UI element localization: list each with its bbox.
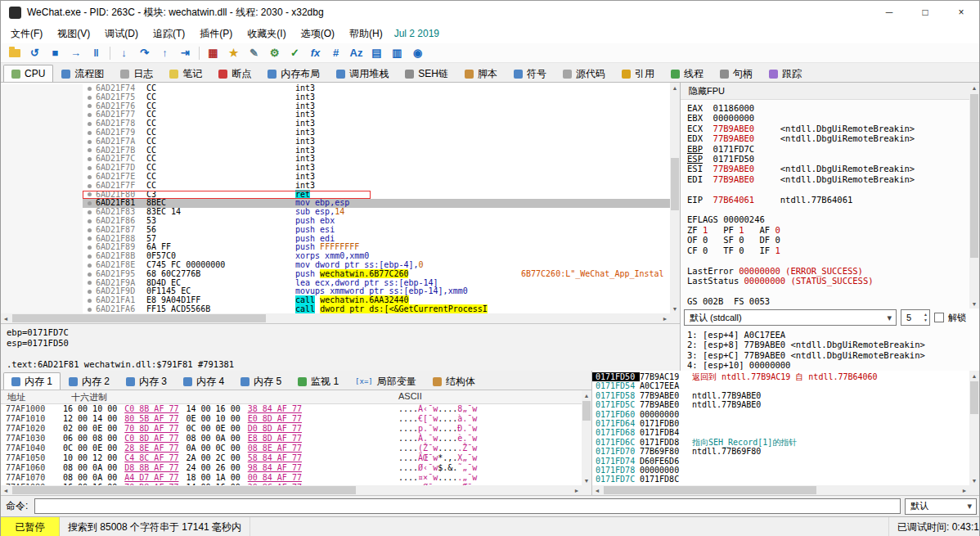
dump-row[interactable]: 77AF102002 00 0E 0070 8D AF 770C 00 0E 0… bbox=[1, 424, 582, 434]
breakpoint-dot-icon[interactable] bbox=[88, 166, 92, 170]
stop-icon[interactable]: ■ bbox=[45, 45, 65, 61]
menu-item-1[interactable]: 视图(V) bbox=[50, 25, 97, 43]
bottom-tab-7[interactable]: 结构体 bbox=[425, 372, 483, 390]
breakpoint-dot-icon[interactable] bbox=[88, 122, 92, 126]
stack-row[interactable]: 0171FD54A0C17EEA bbox=[592, 381, 969, 390]
breakpoint-dot-icon[interactable] bbox=[88, 140, 92, 144]
breakpoint-dot-icon[interactable] bbox=[88, 263, 92, 268]
scroll-left-icon[interactable] bbox=[1, 485, 11, 495]
scrollbar-thumb[interactable] bbox=[12, 486, 356, 494]
disasm-row[interactable]: 6AD21F8756push esi bbox=[1, 226, 670, 235]
scrollbar-thumb[interactable] bbox=[970, 94, 978, 258]
dump-row[interactable]: 77AF101012 00 14 0080 5B AF 770E 00 10 0… bbox=[1, 414, 582, 424]
dump-row[interactable]: 77AF105010 00 12 00C4 8C AF 772A 00 2C 0… bbox=[1, 453, 582, 463]
bottom-tab-6[interactable]: [x=]局部变量 bbox=[347, 372, 425, 390]
scrollbar-thumb[interactable] bbox=[671, 158, 679, 210]
stack-row[interactable]: 0171FD5877B9ABE0ntdll.77B9ABE0 bbox=[592, 391, 969, 400]
tab-1[interactable]: 流程图 bbox=[53, 65, 112, 82]
breakpoint-dot-icon[interactable] bbox=[88, 175, 92, 179]
threads-view-icon[interactable]: ◉ bbox=[407, 45, 428, 61]
scrollbar-thumb[interactable] bbox=[604, 486, 816, 494]
breakpoint-dot-icon[interactable] bbox=[88, 281, 92, 285]
stack-row[interactable]: 0171FD6C0171FDD8指向SEH_Record[1]的指针 bbox=[592, 438, 969, 447]
tab-10[interactable]: 源代码 bbox=[555, 65, 614, 82]
breakpoint-dot-icon[interactable] bbox=[88, 245, 92, 250]
scroll-left-icon[interactable] bbox=[592, 485, 602, 495]
dump-row[interactable]: 77AF106008 00 0A 00D8 8B AF 7724 00 26 0… bbox=[1, 463, 582, 473]
tab-8[interactable]: 脚本 bbox=[456, 65, 506, 82]
settings-icon[interactable]: ⚙ bbox=[264, 45, 285, 61]
scroll-up-icon[interactable] bbox=[969, 371, 979, 381]
breakpoint-dot-icon[interactable] bbox=[88, 96, 92, 100]
bottom-tab-4[interactable]: 内存 5 bbox=[232, 372, 290, 390]
scroll-up-icon[interactable] bbox=[582, 390, 591, 400]
step-over-icon[interactable]: ↷ bbox=[134, 45, 155, 61]
command-scope-dropdown[interactable]: 默认 bbox=[905, 498, 977, 515]
registers-vertical-scrollbar[interactable] bbox=[969, 83, 979, 309]
unlock-checkbox[interactable] bbox=[934, 313, 944, 322]
breakpoint-dot-icon[interactable] bbox=[88, 219, 92, 223]
spin-up-icon[interactable] bbox=[924, 313, 928, 317]
disassembly-view[interactable]: 6AD21F74CCint36AD21F75CCint36AD21F76CCin… bbox=[1, 83, 680, 323]
disasm-row[interactable]: 6AD21FA6FF15 ACD5566Bcall dword ptr ds:[… bbox=[1, 305, 670, 313]
stack-row[interactable]: 0171FD7077B69F80ntdll.77B69F80 bbox=[592, 447, 969, 456]
hide-fpu-button[interactable]: 隐藏FPU bbox=[681, 83, 733, 99]
memory-map-view-icon[interactable]: ▥ bbox=[387, 45, 407, 61]
stack-row[interactable]: 0171FD5077B9AC19返回到 ntdll.77B9AC19 自 ntd… bbox=[592, 372, 969, 381]
number-icon[interactable]: # bbox=[326, 45, 346, 61]
scroll-down-icon[interactable] bbox=[582, 475, 591, 485]
stack-row[interactable]: 0171FD6000000000 bbox=[592, 410, 969, 419]
stack-row[interactable]: 0171FD7800000000 bbox=[592, 466, 969, 475]
close-button[interactable]: × bbox=[943, 1, 979, 24]
scroll-right-icon[interactable] bbox=[572, 485, 582, 495]
menu-item-2[interactable]: 调试(D) bbox=[97, 25, 146, 43]
breakpoint-dot-icon[interactable] bbox=[88, 210, 92, 214]
disassembly-vertical-scrollbar[interactable] bbox=[670, 83, 680, 313]
breakpoint-dot-icon[interactable] bbox=[88, 148, 92, 152]
bottom-tab-2[interactable]: 内存 3 bbox=[118, 372, 175, 390]
breakpoint-dot-icon[interactable] bbox=[88, 157, 92, 161]
breakpoint-dot-icon[interactable] bbox=[88, 290, 92, 294]
scroll-up-icon[interactable] bbox=[969, 83, 979, 92]
menu-item-5[interactable]: 收藏夹(I) bbox=[240, 25, 293, 43]
comment-icon[interactable]: ✎ bbox=[244, 45, 264, 61]
stack-row[interactable]: 0171FD7C0171FD8C bbox=[592, 475, 969, 484]
breakpoint-dot-icon[interactable] bbox=[88, 87, 92, 91]
stack-row[interactable]: 0171FD5C77B9ABE0ntdll.77B9ABE0 bbox=[592, 400, 969, 409]
maximize-button[interactable]: □ bbox=[907, 1, 943, 24]
step-into-icon[interactable]: ↓ bbox=[114, 45, 134, 61]
scroll-down-icon[interactable] bbox=[670, 304, 680, 313]
tab-7[interactable]: SEH链 bbox=[397, 65, 456, 82]
dump-row[interactable]: 77AF100016 00 10 00C0 8B AF 7714 00 16 0… bbox=[1, 404, 582, 414]
menu-item-0[interactable]: 文件(F) bbox=[3, 25, 50, 43]
breakpoint-dot-icon[interactable] bbox=[88, 131, 92, 135]
open-file-icon[interactable] bbox=[4, 45, 25, 61]
call-stack-view-icon[interactable]: ▤ bbox=[366, 45, 387, 61]
tab-11[interactable]: 引用 bbox=[614, 65, 663, 82]
disasm-row[interactable]: 6AD21F7FCCint3 bbox=[1, 182, 670, 191]
breakpoint-dot-icon[interactable] bbox=[88, 104, 92, 108]
scroll-right-icon[interactable] bbox=[660, 313, 670, 323]
scroll-down-icon[interactable] bbox=[969, 299, 979, 309]
tab-6[interactable]: 调用堆栈 bbox=[328, 65, 397, 82]
menu-item-3[interactable]: 追踪(T) bbox=[146, 25, 192, 43]
check-icon[interactable]: ✓ bbox=[285, 45, 305, 61]
stack-vertical-scrollbar[interactable] bbox=[969, 371, 979, 485]
breakpoint-dot-icon[interactable] bbox=[88, 113, 92, 117]
dump-row[interactable]: 77AF103006 00 08 00C0 8D AF 7708 00 0A 0… bbox=[1, 434, 582, 444]
tab-14[interactable]: 跟踪 bbox=[761, 65, 810, 82]
tab-3[interactable]: 笔记 bbox=[161, 65, 210, 82]
argument-depth-spinner[interactable]: 5 bbox=[901, 309, 930, 326]
menu-item-6[interactable]: 选项(O) bbox=[294, 25, 342, 43]
stack-horizontal-scrollbar[interactable] bbox=[592, 485, 969, 495]
tab-12[interactable]: 线程 bbox=[663, 65, 712, 82]
run-to-user-code-icon[interactable]: ⇥ bbox=[175, 45, 196, 61]
tab-4[interactable]: 断点 bbox=[210, 65, 259, 82]
scroll-right-icon[interactable] bbox=[960, 485, 969, 495]
bottom-tab-3[interactable]: 内存 4 bbox=[175, 372, 232, 390]
breakpoint-dot-icon[interactable] bbox=[88, 236, 92, 241]
breakpoint-dot-icon[interactable] bbox=[88, 184, 92, 188]
scroll-left-icon[interactable] bbox=[1, 313, 11, 323]
breakpoint-dot-icon[interactable] bbox=[88, 308, 92, 312]
stack-row[interactable]: 0171FD74D60FE6D6 bbox=[592, 457, 969, 466]
